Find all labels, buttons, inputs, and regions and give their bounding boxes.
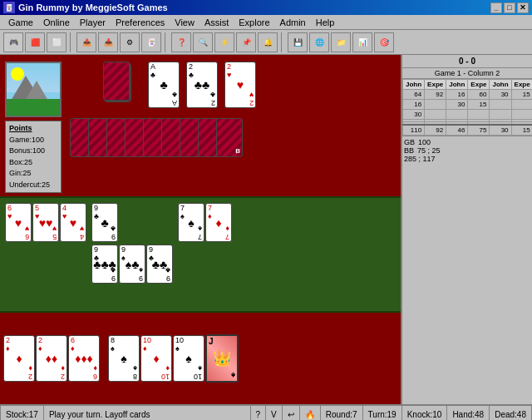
status-question[interactable]: ? [251, 406, 267, 420]
score-tot6: 15 [511, 125, 532, 136]
score-row-3: 30 [403, 110, 533, 120]
toolbar-btn-16[interactable]: 📊 [352, 32, 372, 52]
player-king[interactable]: J 👑 ♠ [205, 334, 239, 383]
toolbar-sep-2 [165, 32, 168, 52]
suit-mid: ♠♣ [126, 258, 140, 271]
score-board: 0 - 0 Game 1 - Column 2 John Expe John E… [401, 55, 532, 404]
menu-view[interactable]: View [170, 16, 200, 29]
rank-top: 4♥ [62, 205, 66, 221]
suit-mid: ♦ [215, 216, 221, 230]
menu-game[interactable]: Game [3, 16, 38, 29]
player-10d[interactable]: 10♦ ♦ 10♦ [140, 335, 172, 382]
score-table: John Expe John Expe John Expe 64 92 16 6… [402, 79, 532, 136]
rank-bot: 7♠ [198, 224, 202, 240]
score-r1c5: 30 [490, 90, 511, 100]
score-r2c1: 16 [403, 100, 425, 110]
status-stock: Stock:17 [0, 406, 44, 420]
toolbar-btn-8[interactable]: ❓ [171, 32, 191, 52]
player-10s[interactable]: 10♠ ♠ 10♠ [173, 335, 204, 382]
score-tot3: 46 [446, 125, 468, 136]
score-tot5: 30 [490, 125, 511, 136]
points-title: Points [9, 123, 57, 135]
toolbar-btn-15[interactable]: 📁 [331, 32, 351, 52]
maximize-button[interactable]: □ [504, 2, 515, 13]
score-r3c4 [468, 110, 490, 120]
meld2-9c-4[interactable]: 9♣ ♣♣ 9♣ [146, 245, 173, 284]
menu-player[interactable]: Player [75, 16, 111, 29]
score-r1c3: 16 [446, 90, 468, 100]
menu-assist[interactable]: Assist [200, 16, 234, 29]
score-r3c6 [511, 110, 532, 120]
score-r1c6: 15 [511, 90, 532, 100]
meld1-6h[interactable]: 6♥ ♥ 6♥ [5, 203, 32, 242]
card-rank-top: 2♣ [189, 63, 194, 80]
points-box-val: Box:25 [9, 157, 57, 169]
score-tot4: 75 [468, 125, 490, 136]
status-bar: Stock:17 Play your turn. Layoff cards ? … [0, 404, 532, 420]
rank-bot: 9♠ [139, 265, 143, 282]
opponent-left-panel: Points Game:100 Bonus:100 Box:25 Gin:25 … [0, 55, 66, 196]
menu-admin[interactable]: Admin [275, 16, 311, 29]
meld1-5h[interactable]: 5♥ ♥♥ 5♥ [32, 203, 59, 242]
bb-val: 75 ; 25 [417, 146, 441, 155]
toolbar-btn-17[interactable]: 🎯 [374, 32, 394, 52]
menu-online[interactable]: Online [38, 16, 75, 29]
meld2-9c-3[interactable]: 9♠ ♠♣ 9♠ [119, 245, 145, 284]
toolbar-btn-5[interactable]: 📥 [98, 32, 118, 52]
card-rank-bot: 2♣ [210, 90, 215, 106]
toolbar-sep-1 [70, 32, 73, 52]
meld2-9c-2[interactable]: 9♣ ♣♣♣ 9♣ [91, 245, 118, 284]
score-tot2: 92 [425, 125, 446, 136]
points-game: Game:100 [9, 135, 57, 146]
menu-explore[interactable]: Explore [234, 16, 274, 29]
toolbar-btn-6[interactable]: ⚙ [120, 32, 140, 52]
card-suit-center: ♣ [160, 78, 167, 91]
toolbar-btn-12[interactable]: 🔔 [258, 32, 278, 52]
score-footer: GB 100 BB 75 ; 25 285 ; 117 [402, 136, 532, 165]
player-2d[interactable]: 2♦ ♦ 2♦ [3, 335, 35, 382]
toolbar-btn-9[interactable]: 🔍 [193, 32, 213, 52]
toolbar: 🎮 🟥 ⬜ 📤 📥 ⚙ 🃏 ❓ 🔍 ⚡ 📌 🔔 💾 🌐 📁 📊 🎯 [0, 30, 532, 55]
stock-pile[interactable] [103, 62, 138, 110]
toolbar-btn-7[interactable]: 🃏 [141, 32, 161, 52]
rank-bot: 9♣ [165, 265, 170, 282]
meld1-4h[interactable]: 4♥ ♥ 4♥ [60, 203, 86, 242]
landscape-image [5, 62, 62, 117]
toolbar-btn-2[interactable]: 🟥 [25, 32, 45, 52]
opponent-hand: B [70, 118, 394, 157]
score-r2c3: 30 [446, 100, 468, 110]
discard-2-hearts[interactable]: 2♥ ♥ 2♥ [224, 62, 256, 108]
toolbar-btn-1[interactable]: 🎮 [3, 32, 23, 52]
toolbar-btn-13[interactable]: 💾 [288, 32, 308, 52]
meld2-9c-1[interactable]: 9♣ ♣ 9♣ [91, 203, 118, 242]
toolbar-btn-14[interactable]: 🌐 [309, 32, 329, 52]
toolbar-btn-11[interactable]: 📌 [236, 32, 256, 52]
discard-ace-clubs[interactable]: A♣ ♣ A♣ [148, 62, 180, 108]
minimize-button[interactable]: _ [490, 2, 502, 13]
meld3-7d[interactable]: 7♦ ♦ 7♦ [205, 203, 232, 242]
player-8s[interactable]: 8♠ ♠ 8♠ [108, 335, 140, 382]
status-message: Play your turn. Layoff cards [44, 406, 251, 420]
menu-help[interactable]: Help [311, 16, 340, 29]
bb-row: BB 75 ; 25 [404, 146, 530, 155]
card-rank-bot: 2♥ [249, 90, 254, 106]
rank-bot: 9♣ [111, 224, 116, 240]
rank-top: 7♠ [180, 205, 185, 221]
col-exp2: Expe [468, 80, 490, 90]
toolbar-btn-4[interactable]: 📤 [76, 32, 96, 52]
toolbar-btn-10[interactable]: ⚡ [214, 32, 234, 52]
opponent-right-panel: A♣ ♣ A♣ 2♣ ♣♣ 2♣ 2♥ ♥ 2♥ [66, 55, 401, 196]
gb-row: GB 100 [404, 138, 530, 146]
discard-2-clubs[interactable]: 2♣ ♣♣ 2♣ [186, 62, 218, 108]
menu-preferences[interactable]: Preferences [111, 16, 170, 29]
meld3-7s[interactable]: 7♠ ♠ 7♠ [178, 203, 204, 242]
player-2d-2[interactable]: 2♦ ♦♦ 2♦ [36, 335, 67, 382]
status-undo[interactable]: ↩ [283, 406, 300, 420]
player-6d[interactable]: 6♦ ♦♦♦ 6♦ [68, 335, 100, 382]
toolbar-btn-3[interactable]: ⬜ [47, 32, 66, 52]
bb-label: BB [404, 146, 414, 155]
rank-bot: 4♥ [80, 224, 84, 240]
score-r2c2 [425, 100, 446, 110]
close-button[interactable]: ✕ [517, 2, 529, 13]
rank-bot: 5♥ [52, 224, 57, 240]
